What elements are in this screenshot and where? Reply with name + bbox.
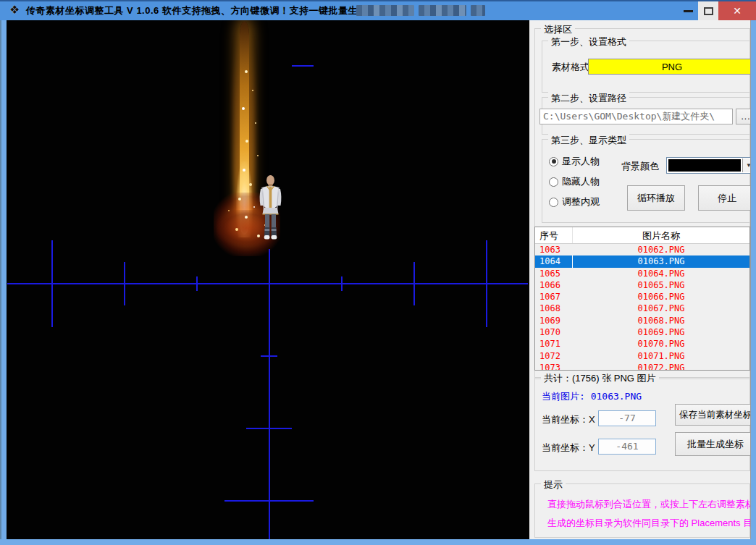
group-step2-label: 第二步、设置路径 bbox=[548, 92, 629, 105]
table-row[interactable]: 106301062.PNG bbox=[535, 244, 749, 255]
header-name: 图片名称 bbox=[573, 227, 749, 243]
cell-name: 01068.PNG bbox=[573, 315, 749, 326]
loop-play-button[interactable]: 循环播放 bbox=[627, 185, 685, 211]
group-step3-label: 第三步、显示类型 bbox=[548, 134, 629, 147]
close-button[interactable]: ✕ bbox=[718, 1, 756, 20]
current-image-label: 当前图片: 01063.PNG bbox=[542, 390, 642, 403]
format-combobox[interactable]: PNG bbox=[588, 59, 756, 75]
cell-name: 01066.PNG bbox=[573, 291, 749, 303]
save-coords-button[interactable]: 保存当前素材坐标 bbox=[675, 404, 756, 426]
group-summary-label: 共计：(1756) 张 PNG 图片 bbox=[541, 372, 659, 385]
format-value: PNG bbox=[662, 62, 682, 72]
radio-icon bbox=[549, 177, 558, 187]
minimize-button[interactable] bbox=[679, 0, 697, 20]
hint-line-2: 生成的坐标目录为软件同目录下的 Placements 目录里 bbox=[547, 517, 756, 530]
table-row[interactable]: 107301072.PNG bbox=[535, 362, 749, 371]
radio-display-type-2[interactable]: 调整内观 bbox=[549, 195, 600, 208]
table-row[interactable]: 106901068.PNG bbox=[535, 315, 749, 326]
window-border-right bbox=[750, 20, 756, 545]
table-row[interactable]: 106601065.PNG bbox=[535, 279, 749, 291]
close-icon: ✕ bbox=[733, 5, 742, 17]
cell-index: 1067 bbox=[535, 291, 573, 303]
image-list-table[interactable]: 序号 图片名称 106301062.PNG106401063.PNG106501… bbox=[534, 227, 750, 371]
group-hint-label: 提示 bbox=[541, 478, 566, 491]
cell-index: 1068 bbox=[535, 303, 573, 314]
cell-index: 1072 bbox=[535, 350, 573, 362]
maximize-button[interactable] bbox=[698, 1, 718, 20]
censored-text-block bbox=[471, 5, 485, 16]
axis-segment bbox=[413, 262, 415, 305]
maximize-icon bbox=[704, 7, 713, 15]
cell-index: 1069 bbox=[535, 315, 573, 326]
table-row[interactable]: 107201071.PNG bbox=[535, 350, 749, 362]
window-border-left bbox=[0, 20, 7, 545]
cell-name: 01065.PNG bbox=[573, 279, 749, 291]
cell-index: 1073 bbox=[535, 362, 573, 371]
bg-color-swatch bbox=[668, 159, 741, 172]
radio-display-type-1[interactable]: 隐藏人物 bbox=[549, 175, 600, 188]
cell-index: 1066 bbox=[535, 279, 573, 291]
sparkle-particles bbox=[7, 20, 8, 22]
window-title: 传奇素材坐标调整工具 V 1.0.6 软件支持拖拽、方向键微调！支持一键批量生成… bbox=[26, 4, 397, 17]
axis-segment bbox=[224, 500, 314, 502]
axis-segment bbox=[269, 249, 270, 539]
bg-color-label: 背景颜色 bbox=[621, 160, 659, 173]
radio-display-type-0[interactable]: 显示人物 bbox=[549, 155, 600, 168]
coord-y-label: 当前坐标：Y bbox=[542, 442, 595, 455]
stop-button[interactable]: 停止 bbox=[698, 185, 756, 211]
cell-name: 01064.PNG bbox=[573, 268, 749, 279]
axis-segment bbox=[246, 428, 292, 429]
minimize-icon bbox=[684, 10, 693, 12]
axis-segment bbox=[341, 276, 343, 291]
coord-y-input[interactable]: -461 bbox=[598, 439, 656, 455]
table-header: 序号 图片名称 bbox=[535, 227, 749, 244]
table-body: 106301062.PNG106401063.PNG106501064.PNG1… bbox=[535, 244, 749, 371]
window-border-bottom bbox=[0, 539, 756, 545]
coord-x-input[interactable]: -77 bbox=[598, 410, 656, 426]
axis-segment bbox=[124, 262, 125, 305]
radio-label: 显示人物 bbox=[562, 155, 600, 168]
cell-name: 01069.PNG bbox=[573, 326, 749, 338]
axis-segment bbox=[486, 240, 487, 327]
axis-segment bbox=[261, 355, 277, 357]
character-sprite[interactable] bbox=[256, 174, 285, 241]
cell-name: 01072.PNG bbox=[573, 362, 749, 371]
censored-text-block bbox=[356, 5, 414, 16]
coord-x-label: 当前坐标：X bbox=[542, 413, 595, 426]
table-row[interactable]: 106401063.PNG bbox=[535, 255, 749, 267]
header-index: 序号 bbox=[535, 227, 573, 243]
cell-name: 01071.PNG bbox=[573, 350, 749, 362]
title-bar[interactable]: ❖ 传奇素材坐标调整工具 V 1.0.6 软件支持拖拽、方向键微调！支持一键批量… bbox=[0, 0, 756, 20]
preview-canvas[interactable] bbox=[7, 20, 529, 539]
cell-name: 01062.PNG bbox=[573, 244, 749, 255]
radio-icon bbox=[549, 157, 558, 166]
cell-index: 1070 bbox=[535, 326, 573, 338]
app-window: 选择区 第一步、设置格式 素材格式 PNG 第二步、设置路径 C:\Users\… bbox=[0, 0, 756, 545]
cell-index: 1071 bbox=[535, 338, 573, 350]
cell-index: 1064 bbox=[535, 255, 573, 267]
censored-text-block bbox=[419, 5, 466, 16]
batch-generate-button[interactable]: 批量生成坐标 bbox=[675, 432, 756, 456]
cell-index: 1065 bbox=[535, 268, 573, 279]
cell-index: 1063 bbox=[535, 244, 573, 255]
radio-icon bbox=[549, 198, 558, 207]
hint-line-1: 直接拖动鼠标到合适位置，或按上下左右调整素材位置 bbox=[547, 498, 756, 511]
radio-label: 隐藏人物 bbox=[562, 175, 600, 188]
table-row[interactable]: 106801067.PNG bbox=[535, 303, 749, 314]
format-label: 素材格式 bbox=[552, 61, 589, 74]
axis-segment bbox=[7, 283, 528, 284]
table-row[interactable]: 107001069.PNG bbox=[535, 326, 749, 338]
app-icon: ❖ bbox=[9, 4, 20, 17]
axis-segment bbox=[51, 240, 53, 327]
control-panel: 选择区 第一步、设置格式 素材格式 PNG 第二步、设置路径 C:\Users\… bbox=[529, 20, 756, 539]
radio-label: 调整内观 bbox=[562, 195, 600, 208]
axis-segment bbox=[196, 276, 198, 291]
table-row[interactable]: 107101070.PNG bbox=[535, 338, 749, 350]
table-row[interactable]: 106701066.PNG bbox=[535, 291, 749, 303]
table-row[interactable]: 106501064.PNG bbox=[535, 268, 749, 279]
cell-name: 01063.PNG bbox=[573, 255, 749, 267]
group-selection-label: 选择区 bbox=[541, 23, 575, 36]
cell-name: 01067.PNG bbox=[573, 303, 749, 314]
path-field[interactable]: C:\Users\GOM\Desktop\新建文件夹\ bbox=[539, 109, 733, 124]
bg-color-combobox[interactable]: ▼ bbox=[666, 157, 756, 174]
